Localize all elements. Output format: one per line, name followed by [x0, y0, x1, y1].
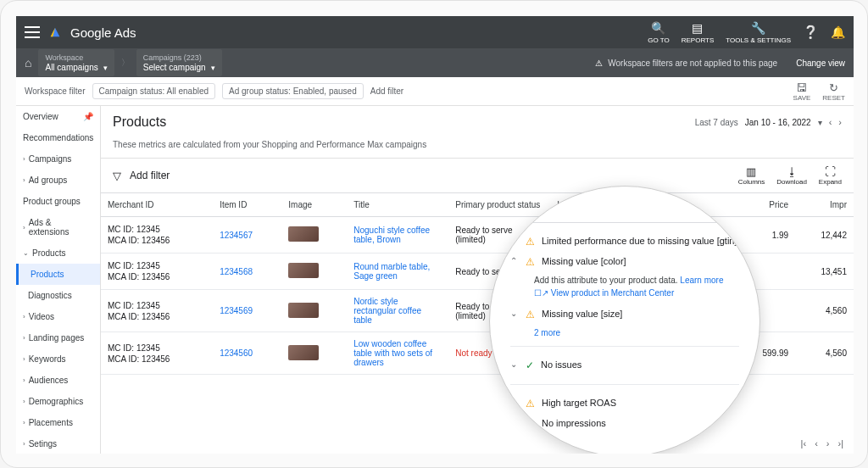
save-button[interactable]: 🖫SAVE [793, 81, 811, 102]
pager-prev-icon[interactable]: ‹ [815, 438, 818, 448]
google-ads-logo-icon [48, 25, 62, 39]
table-add-filter[interactable]: Add filter [130, 170, 170, 181]
hamburger-icon[interactable] [25, 26, 40, 38]
sidebar-item-products-group[interactable]: ⌄Products [16, 242, 100, 264]
chevron-down-icon[interactable]: ⌄ [510, 359, 519, 369]
cell-merchant: MC ID: 12345MCA ID: 123456 [101, 217, 213, 254]
chevron-right-icon: › [23, 155, 25, 163]
cell-item[interactable]: 1234567 [213, 217, 281, 254]
cell-price: 1.99 [737, 217, 795, 254]
issue-row[interactable]: ⌃ ⚠ Missing value [color] [510, 252, 739, 272]
reset-button[interactable]: ↻RESET [822, 81, 845, 102]
issue-row[interactable]: ⌄ ⚠ Limited performance due to missing v… [510, 231, 739, 252]
filter-chip-campaign-status[interactable]: Campaign status: All enabled [92, 83, 216, 99]
chevron-right-icon: › [23, 419, 25, 426]
change-view-button[interactable]: Change view [796, 58, 845, 68]
chevron-up-icon[interactable]: ⌃ [510, 256, 519, 265]
add-filter-link[interactable]: Add filter [370, 86, 403, 96]
search-icon: 🔍 [651, 21, 665, 35]
table-row[interactable]: MC ID: 12345MCA ID: 1234561234567Noguchi… [101, 217, 854, 254]
search-go-to[interactable]: 🔍GO TO [648, 21, 670, 44]
chevron-right-icon: › [23, 334, 25, 342]
sub-header: ⌂ Workspace All campaigns▾ 〉 Campaigns (… [16, 48, 854, 77]
sidebar-item-recommendations[interactable]: Recommendations [16, 127, 100, 148]
warning-icon: ⚠ [526, 256, 535, 268]
workspace-selector[interactable]: Workspace All campaigns▾ [38, 49, 114, 76]
issues-zoom-lens: Issues ⌄ ⚠ Limited performance due to mi… [489, 186, 760, 454]
cell-merchant: MC ID: 12345MCA ID: 123456 [101, 332, 213, 375]
reports-button[interactable]: ▤REPORTS [682, 21, 715, 44]
cell-title[interactable]: Nordic style rectangular coffee table [347, 290, 448, 332]
col-title[interactable]: Title [347, 193, 448, 217]
sidebar-item-placements[interactable]: ›Placements [16, 412, 100, 433]
issue-row[interactable]: ⌄ ⚠ High target ROAS [510, 393, 739, 414]
workspace-filter-warning: ⚠ Workspace filters are not applied to t… [595, 58, 777, 68]
warning-icon: ⚠ [526, 309, 535, 320]
pager-next-icon[interactable]: › [826, 438, 830, 448]
cell-item[interactable]: 1234568 [213, 254, 281, 290]
cell-title[interactable]: Round marble table, Sage green [347, 254, 448, 290]
date-next-icon[interactable]: › [838, 117, 842, 127]
pager-first-icon[interactable]: |‹ [801, 438, 807, 448]
cell-impr: 4,560 [795, 290, 854, 332]
tools-settings-button[interactable]: 🔧TOOLS & SETTINGS [726, 21, 791, 44]
cell-title[interactable]: Noguchi style coffee table, Brown [347, 217, 448, 254]
warning-icon: ⚠ [595, 58, 603, 68]
col-status[interactable]: Primary product status [448, 193, 550, 217]
chevron-down-icon[interactable]: ⌄ [510, 309, 519, 318]
filter-icon[interactable]: ▽ [113, 170, 121, 182]
sidebar-item-videos[interactable]: ›Videos [16, 306, 100, 327]
home-icon[interactable]: ⌂ [25, 56, 31, 70]
help-icon[interactable]: ❔ [803, 25, 819, 40]
sidebar-item-settings[interactable]: ›Setings [16, 433, 100, 454]
campaign-selector[interactable]: Campaigns (223) Select campaign▾ [136, 49, 222, 76]
page-title: Products [113, 114, 166, 130]
product-thumbnail [288, 345, 319, 360]
cell-title[interactable]: Low wooden coffee table with two sets of… [347, 332, 448, 375]
expand-icon: ⛶ [825, 165, 836, 178]
date-range-picker[interactable]: Last 7 days Jan 10 - 16, 2022 ▾ ‹ › [695, 117, 842, 127]
chevron-down-icon: ▾ [211, 64, 215, 72]
product-thumbnail [288, 303, 319, 318]
columns-button[interactable]: ▥Columns [738, 165, 765, 186]
sidebar-item-keywords[interactable]: ›Keywords [16, 348, 100, 370]
chevron-right-icon: › [23, 313, 25, 320]
filter-chip-adgroup-status[interactable]: Ad group status: Enabled, paused [222, 83, 364, 99]
col-image[interactable]: Image [281, 193, 347, 217]
learn-more-link[interactable]: Learn more [680, 276, 723, 285]
pager-last-icon[interactable]: ›| [837, 438, 843, 448]
issue-row[interactable]: ⌄ ✓ No issues [510, 355, 739, 376]
download-button[interactable]: ⭳Download [776, 165, 807, 186]
sidebar-item-productgroups[interactable]: Product groups [16, 191, 100, 212]
cell-item[interactable]: 1234560 [213, 332, 281, 375]
chevron-down-icon: ⌄ [23, 249, 29, 257]
col-impr[interactable]: Impr [795, 193, 854, 217]
sidebar-item-adgroups[interactable]: ›Ad groups [16, 170, 100, 191]
sidebar-item-diagnostics[interactable]: Diagnostics [16, 285, 100, 306]
sidebar-item-campaigns[interactable]: ›Campaigns [16, 148, 100, 170]
col-merchant[interactable]: Merchant ID [101, 193, 213, 217]
filter-label: Workspace filter [25, 86, 86, 96]
sidebar-item-demographics[interactable]: ›Demographics [16, 391, 100, 412]
view-merchant-center-link[interactable]: View product in Merchant Center [551, 288, 674, 298]
cell-item[interactable]: 1234569 [213, 290, 281, 332]
columns-icon: ▥ [746, 165, 756, 178]
sidebar-item-adsext[interactable]: ›Ads & extensions [16, 212, 100, 242]
col-item[interactable]: Item ID [213, 193, 281, 217]
cell-merchant: MC ID: 12345MCA ID: 123456 [101, 290, 213, 332]
sidebar-item-audiences[interactable]: ›Audiences [16, 370, 100, 391]
notifications-icon[interactable]: 🔔 [831, 25, 845, 39]
product-thumbnail [288, 263, 319, 278]
pin-icon: 📌 [83, 112, 93, 121]
chevron-down-icon: ▾ [818, 118, 822, 127]
issue-row[interactable]: ⌄ ⚠ Missing value [size] [510, 304, 739, 325]
more-issues-link[interactable]: 2 more [510, 328, 739, 337]
sidebar-item-products[interactable]: Products [16, 264, 100, 285]
col-price[interactable]: Price [737, 193, 795, 217]
sidebar-item-overview[interactable]: Overview📌 [16, 106, 100, 127]
cell-impr: 13,451 [795, 254, 854, 290]
date-prev-icon[interactable]: ‹ [829, 117, 832, 127]
chevron-right-icon: › [23, 224, 25, 231]
sidebar-item-landing[interactable]: ›Landing pages [16, 327, 100, 348]
expand-button[interactable]: ⛶Expand [819, 165, 842, 186]
